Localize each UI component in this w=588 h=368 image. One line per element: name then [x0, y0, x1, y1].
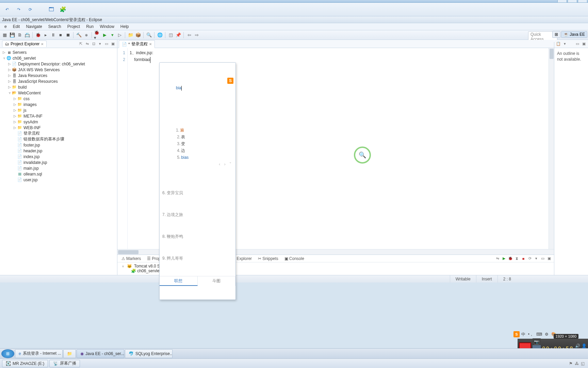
minimize-servers-button[interactable]: ▭ — [540, 256, 545, 261]
expander-icon[interactable]: ▿ — [2, 56, 6, 60]
tree-item[interactable]: invalidate.jsp — [0, 159, 117, 165]
taskbar-item-eclipse[interactable]: ◉Java EE - ch06_ser... — [77, 349, 124, 358]
menu-run[interactable]: Run — [83, 23, 97, 30]
ime-punct[interactable]: •， — [527, 332, 535, 337]
maximize-view-button[interactable]: ▣ — [110, 41, 116, 47]
view-menu-button[interactable]: ▾ — [97, 41, 103, 47]
tray-flag-icon[interactable]: ⚑ — [569, 361, 573, 366]
ime-candidate-9[interactable]: 9. 辫儿哥哥 — [160, 254, 235, 262]
app-icon-2[interactable]: 🧩 — [59, 5, 67, 14]
editor-vertical-scrollbar[interactable] — [549, 48, 554, 249]
tray-notification-icon[interactable]: ◱ — [581, 361, 585, 366]
servers-menu-button[interactable]: ▾ — [534, 256, 539, 261]
stop-button[interactable]: ■ — [57, 32, 64, 39]
menu-window[interactable]: Window — [97, 23, 117, 30]
tree-item[interactable]: ▷sysAdm — [0, 119, 117, 125]
tree-item[interactable]: ▷Servers — [0, 49, 117, 55]
server-debug-button[interactable]: 🐞 — [508, 256, 513, 261]
tree-item[interactable]: ▿WebContent — [0, 90, 117, 96]
ime-tab-lianxiang[interactable]: 联想 — [160, 276, 198, 286]
expander-icon[interactable]: ▷ — [13, 103, 17, 106]
expander-icon[interactable]: ▷ — [13, 97, 17, 101]
tree-item[interactable]: ▷css — [0, 96, 117, 102]
project-tree[interactable]: ▷Servers▿ch06_servlet▷Deployment Descrip… — [0, 48, 117, 275]
maximize-outline-button[interactable]: ▣ — [581, 41, 587, 47]
menu-navigate[interactable]: Navigate — [23, 23, 45, 30]
expander-icon[interactable]: ▷ — [7, 85, 12, 89]
screenshot-button[interactable]: 📷 — [533, 338, 541, 345]
tree-item[interactable]: header.jsp — [0, 148, 117, 154]
forward-button[interactable]: ↷ — [14, 5, 23, 14]
maximize-button[interactable] — [568, 0, 577, 3]
tree-item[interactable]: ▷JAX-WS Web Services — [0, 67, 117, 73]
new-package-button[interactable]: 📦 — [135, 32, 142, 39]
expander-icon[interactable]: ▿ — [7, 91, 12, 95]
print-button[interactable]: 📇 — [24, 32, 31, 39]
text-editor[interactable]: 1 2 1、index.jsp: formbiao bia S 1.遍 2.表 … — [117, 48, 554, 249]
minimize-view-button[interactable]: ▭ — [104, 41, 109, 47]
new-button[interactable]: ▦ — [1, 32, 8, 39]
ime-keyboard-icon[interactable]: ⌨ — [535, 332, 543, 337]
ime-status-bar[interactable]: S 中 •， ⌨ ⚙ 🎨 — [513, 331, 557, 337]
ime-tab-doutu[interactable]: 斗图 — [198, 276, 236, 286]
close-tab-icon[interactable]: ✕ — [149, 42, 152, 46]
close-button[interactable] — [578, 0, 587, 3]
new-project-button[interactable]: 📁 — [127, 32, 134, 39]
tree-item[interactable]: ▷META-INF — [0, 113, 117, 119]
tree-item[interactable]: main.jsp — [0, 165, 117, 171]
start-button[interactable]: ⊞ — [1, 349, 14, 358]
app-icon-1[interactable]: 🗔 — [47, 5, 56, 14]
code-content[interactable]: 1、index.jsp: formbiao bia S 1.遍 2.表 3.变 … — [128, 48, 549, 249]
disconnect-button[interactable]: ⏹ — [65, 32, 71, 39]
close-icon[interactable]: ✕ — [41, 42, 44, 46]
expander-icon[interactable]: ▷ — [13, 120, 17, 124]
new-server-button[interactable]: ⎈ — [83, 32, 90, 39]
server-stop-button[interactable]: ■ — [521, 256, 526, 261]
server-start-button[interactable]: ▶ — [501, 256, 507, 261]
menu-file[interactable]: e — [1, 23, 10, 30]
ime-candidate-8[interactable]: 8. 鞭炮齐鸣 — [160, 232, 235, 241]
ime-mode-cn[interactable]: 中 — [520, 332, 526, 337]
editor-tab-active[interactable]: 📄 *登录流程 ✕ — [119, 40, 155, 48]
debug-button[interactable]: 🐞 — [35, 32, 42, 39]
expander-icon[interactable]: ▷ — [7, 74, 12, 77]
expander-icon[interactable]: ▷ — [7, 68, 12, 72]
expander-icon[interactable]: ▷ — [7, 62, 12, 66]
tree-item[interactable]: ▷Deployment Descriptor: ch06_servlet — [0, 61, 117, 67]
save-all-button[interactable]: 🗎 — [16, 32, 23, 39]
maximize-servers-button[interactable]: ▣ — [546, 256, 552, 261]
tree-item[interactable]: ▷Java Resources — [0, 73, 117, 78]
ime-candidate-6[interactable]: 6. 变异宝贝 — [160, 189, 235, 197]
server-link-button[interactable]: ⇋ — [495, 256, 500, 261]
web-browser-button[interactable]: 🌐 — [157, 32, 163, 39]
tree-item[interactable]: ollearn.sql — [0, 171, 117, 177]
ime-candidate-popup[interactable]: bia S 1.遍 2.表 3.变 4.边 5.bias ‹ › ˅ 6. 变异… — [159, 62, 236, 300]
tree-item[interactable]: 登录流程 — [0, 131, 117, 136]
focus-button[interactable]: ⊡ — [91, 41, 96, 47]
minimize-outline-button[interactable]: ▭ — [575, 41, 580, 47]
tree-item[interactable]: ▷WEB-INF — [0, 125, 117, 131]
tab-console[interactable]: ▣Console — [282, 256, 307, 262]
tree-item[interactable]: footer.jsp — [0, 142, 117, 148]
tab-snippets[interactable]: ✂Snippets — [255, 256, 281, 262]
build-button[interactable]: 🔨 — [76, 32, 82, 39]
ime-page-nav[interactable]: ‹ › ˅ — [219, 161, 233, 168]
tree-item[interactable]: index.jsp — [0, 154, 117, 159]
tree-item[interactable]: ▷build — [0, 84, 117, 90]
search-button[interactable]: 🔍 — [146, 32, 152, 39]
expander-icon[interactable]: ▷ — [2, 50, 6, 54]
ime-candidate-7[interactable]: 7. 边境之旅 — [160, 211, 235, 219]
tree-item[interactable]: ▷JavaScript Resources — [0, 78, 117, 84]
webcam-icon[interactable]: 👤 — [582, 343, 587, 348]
volume-icon[interactable]: 🔊 — [575, 343, 580, 348]
expander-icon[interactable]: ▷ — [7, 79, 12, 83]
forward-nav-button[interactable]: ⇨ — [193, 32, 200, 39]
secondary-item-broadcast[interactable]: 📡屏幕广播 — [49, 360, 80, 367]
secondary-item-drive[interactable]: 💽MR ZHAOZE (E:) — [2, 360, 48, 367]
tray-network-icon[interactable]: 🖧 — [575, 361, 579, 366]
tree-item[interactable]: ▿ch06_servlet — [0, 55, 117, 61]
menu-project[interactable]: Project — [64, 23, 83, 30]
ime-settings-icon[interactable]: ⚙ — [544, 332, 550, 337]
tree-item[interactable]: ▷images — [0, 102, 117, 107]
back-nav-button[interactable]: ⇦ — [186, 32, 193, 39]
